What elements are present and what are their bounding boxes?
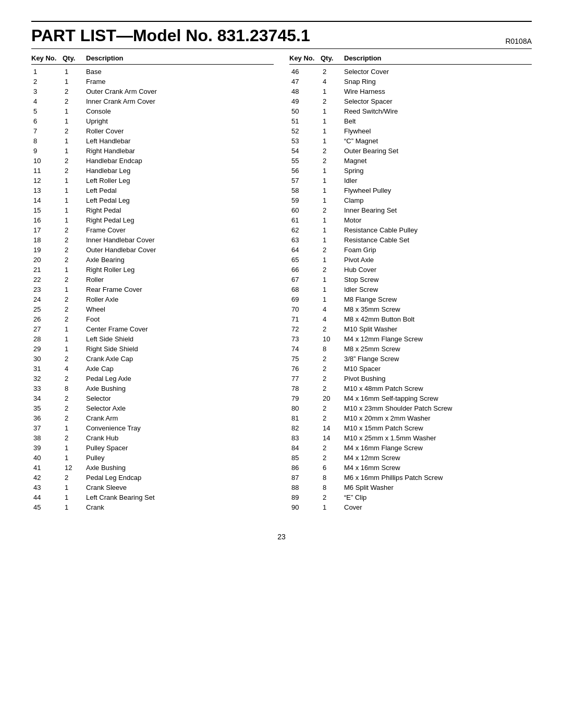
- table-row: M10 x 15mm Patch Screw: [344, 423, 532, 433]
- table-row: M10 x 23mm Shoulder Patch Screw: [344, 403, 532, 413]
- table-row: 2: [321, 413, 344, 423]
- table-row: 49: [289, 96, 321, 106]
- table-row: 2: [321, 67, 344, 76]
- table-row: Crank Axle Cap: [86, 354, 274, 363]
- table-row: 1: [63, 453, 86, 462]
- table-row: 2: [63, 294, 86, 304]
- table-row: 2: [321, 265, 344, 274]
- table-row: Crank: [86, 502, 274, 512]
- table-row: 68: [289, 285, 321, 294]
- table-row: 35: [31, 403, 63, 413]
- table-row: 83: [289, 433, 321, 442]
- table-row: 51: [289, 116, 321, 126]
- table-row: 22: [31, 275, 63, 284]
- table-row: 5: [31, 106, 63, 116]
- table-row: 2: [63, 393, 86, 403]
- table-row: 43: [31, 483, 63, 492]
- table-row: 79: [289, 393, 321, 403]
- table-row: 28: [31, 334, 63, 343]
- table-row: Flywheel: [344, 126, 532, 135]
- table-row: 44: [31, 492, 63, 502]
- table-row: 1: [321, 195, 344, 205]
- table-row: 17: [31, 225, 63, 235]
- table-row: 1: [63, 344, 86, 353]
- table-row: M8 Flange Screw: [344, 294, 532, 304]
- table-row: 1: [321, 502, 344, 512]
- table-row: 21: [31, 265, 63, 274]
- table-row: 31: [31, 364, 63, 373]
- table-row: Rear Frame Cover: [86, 285, 274, 294]
- table-row: 2: [63, 433, 86, 442]
- table-row: Selector Axle: [86, 403, 274, 413]
- table-row: 90: [289, 502, 321, 512]
- table-row: 2: [63, 166, 86, 175]
- table-row: Resistance Cable Pulley: [344, 225, 532, 235]
- table-row: “C” Magnet: [344, 136, 532, 145]
- table-row: 1: [321, 255, 344, 264]
- table-row: Belt: [344, 116, 532, 126]
- table-row: 20: [31, 255, 63, 264]
- table-row: 14: [31, 195, 63, 205]
- table-row: Left Crank Bearing Set: [86, 492, 274, 502]
- table-row: 1: [321, 126, 344, 135]
- table-row: 8: [31, 136, 63, 145]
- table-row: 45: [31, 502, 63, 512]
- table-row: 12: [31, 176, 63, 185]
- table-row: 1: [321, 186, 344, 195]
- table-row: 1: [63, 77, 86, 86]
- table-row: 1: [63, 215, 86, 225]
- table-row: 1: [63, 265, 86, 274]
- table-row: Idler Screw: [344, 285, 532, 294]
- table-row: M8 x 25mm Screw: [344, 344, 532, 353]
- table-row: 88: [289, 483, 321, 492]
- table-row: 67: [289, 275, 321, 284]
- table-row: Foam Grip: [344, 245, 532, 254]
- table-row: Upright: [86, 116, 274, 126]
- table-row: 57: [289, 176, 321, 185]
- table-row: Pulley: [86, 453, 274, 462]
- table-row: 55: [289, 156, 321, 165]
- table-row: Pulley Spacer: [86, 443, 274, 452]
- table-row: 29: [31, 344, 63, 353]
- table-row: 8: [63, 384, 86, 393]
- table-row: 2: [321, 403, 344, 413]
- table-row: 78: [289, 384, 321, 393]
- table-row: 2: [321, 443, 344, 452]
- table-row: Spring: [344, 166, 532, 175]
- table-row: 2: [63, 314, 86, 324]
- table-row: 2: [63, 255, 86, 264]
- table-row: Stop Screw: [344, 275, 532, 284]
- table-row: Right Pedal Leg: [86, 215, 274, 225]
- table-row: Handlebar Leg: [86, 166, 274, 175]
- table-row: M6 Split Washer: [344, 483, 532, 492]
- table-row: Left Pedal Leg: [86, 195, 274, 205]
- table-row: 2: [63, 374, 86, 383]
- table-row: 39: [31, 443, 63, 452]
- table-row: 1: [63, 176, 86, 185]
- table-row: 1: [63, 116, 86, 126]
- table-row: 87: [289, 473, 321, 482]
- table-row: 11: [31, 166, 63, 175]
- table-row: 59: [289, 195, 321, 205]
- table-row: 4: [321, 314, 344, 324]
- table-row: 2: [63, 87, 86, 96]
- table-row: Cover: [344, 502, 532, 512]
- table-row: 32: [31, 374, 63, 383]
- table-row: M4 x 12mm Flange Screw: [344, 334, 532, 343]
- table-row: Selector Cover: [344, 67, 532, 76]
- table-row: 42: [31, 473, 63, 482]
- table-row: 2: [321, 364, 344, 373]
- table-row: Crank Arm: [86, 413, 274, 423]
- table-row: 71: [289, 314, 321, 324]
- table-row: 24: [31, 294, 63, 304]
- table-row: Left Handlebar: [86, 136, 274, 145]
- table-row: 12: [63, 463, 86, 472]
- table-row: M10 x 25mm x 1.5mm Washer: [344, 433, 532, 442]
- table-row: Outer Bearing Set: [344, 146, 532, 155]
- table-row: 23: [31, 285, 63, 294]
- table-row: 25: [31, 304, 63, 314]
- table-row: Pedal Leg Endcap: [86, 473, 274, 482]
- table-row: 9: [31, 146, 63, 155]
- table-row: 7: [31, 126, 63, 135]
- table-row: 47: [289, 77, 321, 86]
